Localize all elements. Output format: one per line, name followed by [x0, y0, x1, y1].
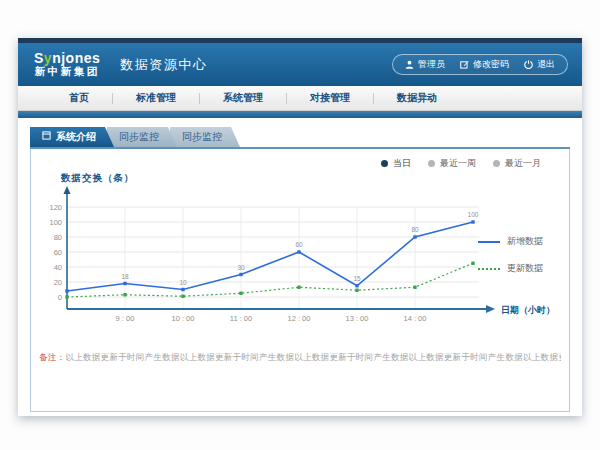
- nav-accent-strip: [18, 111, 582, 118]
- solid-line-swatch: [478, 241, 500, 243]
- radio-label: 当日: [393, 157, 411, 170]
- time-range-radio-group: 当日 最近一周 最近一月: [381, 157, 541, 170]
- radio-dot: [493, 160, 500, 167]
- svg-text:80: 80: [411, 226, 419, 233]
- tab-bar: 系统介绍 同步监控 同步监控: [30, 127, 582, 147]
- svg-text:10 : 00: 10 : 00: [172, 314, 195, 323]
- legend-item-update-data[interactable]: 更新数据: [478, 262, 543, 275]
- logo-accent-letter: y: [44, 50, 52, 66]
- app-header: Synjones 新中新集团 数据资源中心 管理员 修改密码: [18, 43, 582, 86]
- svg-text:14 : 00: 14 : 00: [404, 314, 427, 323]
- svg-text:60: 60: [295, 241, 303, 248]
- document-icon: [42, 127, 51, 147]
- legend-item-new-data[interactable]: 新增数据: [478, 235, 543, 248]
- app-window: Synjones 新中新集团 数据资源中心 管理员 修改密码: [18, 38, 582, 416]
- svg-text:12 : 00: 12 : 00: [288, 314, 311, 323]
- nav-item-system-mgmt[interactable]: 系统管理: [200, 91, 286, 105]
- svg-text:18: 18: [121, 273, 129, 280]
- nav-item-data-change[interactable]: 数据异动: [374, 91, 460, 105]
- change-password-label: 修改密码: [473, 58, 509, 71]
- radio-last-week[interactable]: 最近一周: [428, 157, 476, 170]
- svg-text:100: 100: [468, 211, 479, 218]
- legend-label: 新增数据: [507, 235, 543, 248]
- radio-last-month[interactable]: 最近一月: [493, 157, 541, 170]
- radio-label: 最近一周: [440, 157, 476, 170]
- content-area: 系统介绍 同步监控 同步监控 当日 最近一周: [18, 118, 582, 412]
- user-toolbar: 管理员 修改密码 退出: [392, 54, 568, 75]
- power-icon: [524, 60, 533, 69]
- tab-label: 系统介绍: [56, 127, 96, 147]
- radio-dot: [381, 160, 388, 167]
- svg-text:13 : 00: 13 : 00: [346, 314, 369, 323]
- y-axis-title: 数据交换（条）: [61, 172, 135, 185]
- nav-item-home[interactable]: 首页: [46, 91, 112, 105]
- svg-text:11 : 00: 11 : 00: [230, 314, 252, 323]
- tab-system-intro[interactable]: 系统介绍: [30, 127, 114, 147]
- user-icon: [405, 60, 414, 69]
- logout-label: 退出: [537, 58, 555, 71]
- chart-legend: 新增数据 更新数据: [478, 235, 543, 275]
- page-title: 数据资源中心: [120, 56, 207, 74]
- svg-text:10: 10: [179, 279, 187, 286]
- svg-text:20: 20: [54, 278, 62, 287]
- svg-text:80: 80: [54, 233, 62, 242]
- svg-text:0: 0: [58, 293, 62, 302]
- radio-today[interactable]: 当日: [381, 157, 411, 170]
- svg-text:120: 120: [49, 203, 62, 212]
- svg-text:100: 100: [49, 218, 62, 227]
- tab-label: 同步监控: [119, 131, 159, 142]
- svg-text:30: 30: [237, 264, 245, 271]
- svg-text:15: 15: [353, 275, 361, 282]
- change-password-button[interactable]: 修改密码: [460, 58, 509, 71]
- footnote: 备注：以上数据更新于时间产生数据以上数据更新于时间产生数据以上数据更新于时间产生…: [39, 352, 561, 364]
- admin-user-label: 管理员: [418, 58, 445, 71]
- radio-label: 最近一月: [505, 157, 541, 170]
- dotted-line-swatch: [478, 268, 500, 270]
- tab-label: 同步监控: [182, 131, 222, 142]
- logout-button[interactable]: 退出: [524, 58, 555, 71]
- edit-icon: [460, 60, 469, 69]
- chart-panel: 当日 最近一周 最近一月 数据交换（条） 0204060801001209 : …: [30, 149, 570, 412]
- legend-label: 更新数据: [507, 262, 543, 275]
- radio-dot: [428, 160, 435, 167]
- tab-sync-monitor-1[interactable]: 同步监控: [107, 127, 177, 147]
- main-nav: 首页 标准管理 系统管理 对接管理 数据异动: [18, 86, 582, 111]
- svg-text:9 : 00: 9 : 00: [116, 314, 135, 323]
- page: Synjones 新中新集团 数据资源中心 管理员 修改密码: [0, 0, 600, 450]
- svg-text:60: 60: [54, 248, 62, 257]
- tab-sync-monitor-2[interactable]: 同步监控: [170, 127, 240, 147]
- footnote-text: 以上数据更新于时间产生数据以上数据更新于时间产生数据以上数据更新于时间产生数据以…: [65, 352, 561, 362]
- nav-item-interface-mgmt[interactable]: 对接管理: [287, 91, 373, 105]
- svg-text:日期（小时）: 日期（小时）: [501, 305, 555, 315]
- logo-subtitle: 新中新集团: [34, 66, 100, 78]
- footnote-prefix: 备注：: [39, 352, 65, 362]
- svg-text:40: 40: [54, 263, 62, 272]
- company-logo: Synjones 新中新集团: [34, 51, 100, 78]
- nav-item-standard-mgmt[interactable]: 标准管理: [113, 91, 199, 105]
- admin-user-button[interactable]: 管理员: [405, 58, 445, 71]
- logo-brand: Synjones: [34, 51, 100, 66]
